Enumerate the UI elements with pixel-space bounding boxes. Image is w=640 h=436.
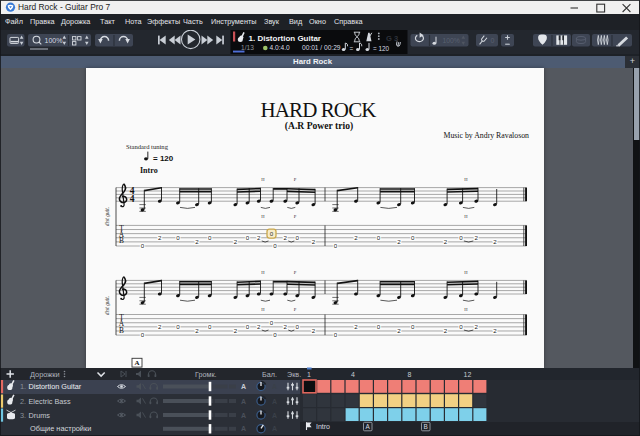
svg-text:2: 2 <box>493 327 497 334</box>
svg-text:Drums: Drums <box>29 411 51 420</box>
svg-text:Общие настройки: Общие настройки <box>30 424 91 433</box>
svg-text:Hard Rock - Guitar Pro 7: Hard Rock - Guitar Pro 7 <box>18 2 110 12</box>
svg-text:Бал.: Бал. <box>262 370 277 379</box>
svg-text:2: 2 <box>444 238 448 245</box>
svg-text:A: A <box>272 383 277 390</box>
svg-text:Electric Bass: Electric Bass <box>29 397 72 406</box>
svg-text:H: H <box>464 270 468 275</box>
svg-text:0: 0 <box>296 323 300 330</box>
svg-text:0: 0 <box>273 331 277 338</box>
svg-text:P: P <box>294 270 297 275</box>
svg-text:A: A <box>272 425 277 432</box>
svg-text:H: H <box>261 214 265 219</box>
svg-text:0: 0 <box>334 331 338 338</box>
svg-text:2.: 2. <box>20 397 26 406</box>
svg-text:Intro: Intro <box>316 423 330 430</box>
svg-text:2: 2 <box>284 323 288 330</box>
svg-text:1. Distortion Guitar: 1. Distortion Guitar <box>249 34 321 43</box>
svg-text:=: = <box>350 45 354 52</box>
svg-text:1/13: 1/13 <box>241 44 254 51</box>
svg-text:2: 2 <box>493 238 497 245</box>
svg-text:A: A <box>272 398 277 405</box>
svg-text:2: 2 <box>158 234 162 241</box>
svg-text:= 120: = 120 <box>373 45 390 52</box>
svg-text:H: H <box>261 307 265 312</box>
svg-text:dist guit.: dist guit. <box>104 296 110 315</box>
svg-text:0: 0 <box>411 234 415 241</box>
svg-text:A: A <box>241 412 246 419</box>
svg-text:0: 0 <box>270 230 274 237</box>
svg-text:2: 2 <box>284 234 288 241</box>
svg-text:0: 0 <box>141 331 145 338</box>
svg-text:2: 2 <box>257 323 261 330</box>
svg-text:dist guit.: dist guit. <box>104 207 110 226</box>
svg-text:0: 0 <box>334 242 338 249</box>
svg-text:P: P <box>294 214 297 219</box>
svg-text:00:01 / 00:29: 00:01 / 00:29 <box>302 44 341 51</box>
svg-text:2: 2 <box>312 238 316 245</box>
svg-text:Distortion Guitar: Distortion Guitar <box>29 382 82 391</box>
svg-text:B: B <box>119 236 124 245</box>
svg-text:2: 2 <box>354 234 358 241</box>
svg-text:4.0:4.0: 4.0:4.0 <box>270 44 290 51</box>
svg-text:2: 2 <box>475 234 479 241</box>
svg-text:2: 2 <box>257 234 261 241</box>
svg-text:P: P <box>294 177 297 182</box>
svg-text:2: 2 <box>397 327 401 334</box>
svg-text:12: 12 <box>464 371 472 378</box>
svg-text:A: A <box>272 412 277 419</box>
svg-text:Экв.: Экв. <box>287 370 301 379</box>
svg-text:B: B <box>119 326 124 335</box>
svg-text:0: 0 <box>270 319 274 326</box>
svg-text:2: 2 <box>312 327 316 334</box>
svg-text:2: 2 <box>444 327 448 334</box>
svg-text:H: H <box>464 177 468 182</box>
svg-text:H: H <box>261 177 265 182</box>
svg-text:100%: 100% <box>45 37 63 44</box>
svg-text:0: 0 <box>176 323 180 330</box>
svg-text:A: A <box>241 398 246 405</box>
svg-text:1: 1 <box>307 371 311 378</box>
svg-text:2: 2 <box>397 238 401 245</box>
svg-text:2: 2 <box>234 238 238 245</box>
svg-text:3.: 3. <box>20 411 26 420</box>
svg-text:P: P <box>294 307 297 312</box>
svg-text:0: 0 <box>411 323 415 330</box>
svg-text:Дорожки: Дорожки <box>30 370 60 379</box>
svg-text:0: 0 <box>296 234 300 241</box>
svg-text:4: 4 <box>130 194 135 204</box>
svg-text:0: 0 <box>377 234 381 241</box>
svg-text:0: 0 <box>377 323 381 330</box>
svg-text:A: A <box>241 425 246 432</box>
svg-text:0: 0 <box>208 323 212 330</box>
svg-text:0: 0 <box>141 242 145 249</box>
svg-text:0: 0 <box>246 323 250 330</box>
svg-text:A: A <box>366 423 371 430</box>
svg-text:100%: 100% <box>443 37 460 44</box>
svg-text:0: 0 <box>246 234 250 241</box>
svg-text:4: 4 <box>351 371 355 378</box>
svg-text:0: 0 <box>273 242 277 249</box>
svg-text:2: 2 <box>195 238 199 245</box>
svg-text:0: 0 <box>459 323 463 330</box>
svg-text:H: H <box>464 214 468 219</box>
svg-text:H: H <box>261 270 265 275</box>
svg-text:H: H <box>464 307 468 312</box>
svg-text:2: 2 <box>158 323 162 330</box>
svg-text:1.: 1. <box>20 382 26 391</box>
svg-text:2: 2 <box>354 323 358 330</box>
svg-text:0: 0 <box>491 37 495 44</box>
svg-text:0: 0 <box>176 234 180 241</box>
svg-text:0: 0 <box>459 234 463 241</box>
svg-text:2: 2 <box>195 327 199 334</box>
svg-text:8: 8 <box>408 371 412 378</box>
svg-text:2: 2 <box>234 327 238 334</box>
svg-text:2: 2 <box>475 323 479 330</box>
svg-text:B: B <box>424 423 428 430</box>
svg-text:0: 0 <box>208 234 212 241</box>
svg-text:G 3: G 3 <box>386 34 398 43</box>
svg-text:Громк.: Громк. <box>195 370 217 379</box>
svg-text:A: A <box>241 383 246 390</box>
